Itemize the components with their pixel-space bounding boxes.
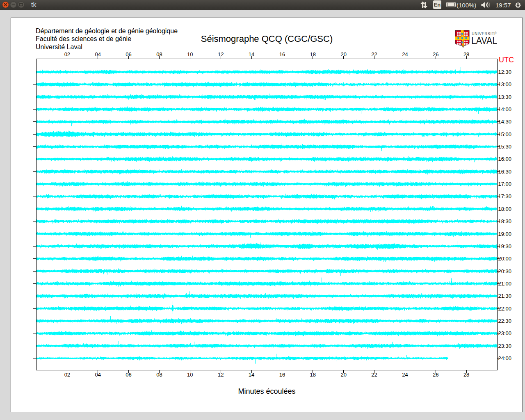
svg-text:LAVAL: LAVAL bbox=[471, 35, 497, 46]
